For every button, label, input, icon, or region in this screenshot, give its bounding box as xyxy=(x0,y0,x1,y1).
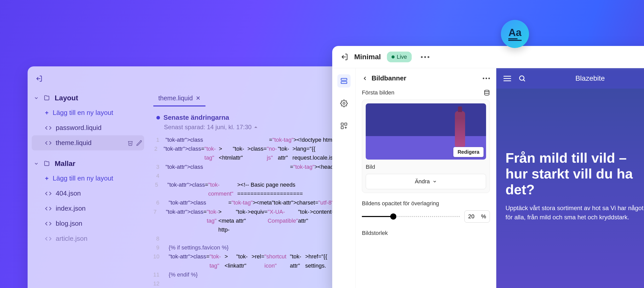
image-sub-label: Bild xyxy=(366,164,486,170)
preview-topbar: Blazebite xyxy=(496,68,644,89)
svg-marker-1 xyxy=(254,126,257,128)
code-editor-window: Layout + Lägg till en ny layout password… xyxy=(28,66,342,288)
hero-title: Från mild till vild – hur starkt vill du… xyxy=(505,150,644,197)
hero-subtitle: Upptäck vårt stora sortiment av hot sa V… xyxy=(505,203,644,222)
tree-section-layout[interactable]: Layout xyxy=(32,91,144,105)
theme-titlebar: Minimal Live xyxy=(332,46,644,68)
first-image-label: Första bilden xyxy=(362,89,490,96)
svg-point-11 xyxy=(485,90,489,92)
code-editor-area: theme.liquid ✕ Senaste ändringarna Senas… xyxy=(148,91,342,288)
hamburger-menu-icon[interactable] xyxy=(503,76,511,81)
image-card: Redigera Bild Ändra xyxy=(362,100,490,193)
svg-rect-4 xyxy=(341,82,347,84)
dynamic-source-icon[interactable] xyxy=(484,90,490,96)
search-icon[interactable] xyxy=(518,75,526,82)
changes-title: Senaste ändringarna xyxy=(164,114,229,122)
section-title: Layout xyxy=(55,94,78,102)
slider-thumb[interactable] xyxy=(390,213,396,220)
close-icon[interactable]: ✕ xyxy=(196,95,200,102)
exit-button[interactable] xyxy=(35,75,43,83)
settings-panel: Bildbanner Första bilden Redigera Bild Ä… xyxy=(356,68,496,288)
file-item-404[interactable]: 404.json xyxy=(32,186,144,201)
image-preview[interactable]: Redigera xyxy=(366,103,486,160)
file-item-article[interactable]: article.json xyxy=(32,231,144,246)
file-item-blog[interactable]: blog.json xyxy=(32,216,144,231)
svg-rect-8 xyxy=(341,127,343,129)
theme-name: Minimal xyxy=(354,53,381,61)
code-icon xyxy=(45,220,52,227)
file-item-theme[interactable]: theme.liquid xyxy=(32,135,144,150)
file-tree-sidebar: Layout + Lägg till en ny layout password… xyxy=(28,91,148,288)
nav-settings[interactable] xyxy=(337,97,351,110)
plus-icon: + xyxy=(45,109,49,116)
caret-up-icon[interactable] xyxy=(254,125,258,129)
code-icon xyxy=(45,205,52,212)
add-template-button[interactable]: + Lägg till en ny layout xyxy=(32,171,144,186)
plus-icon: + xyxy=(45,175,49,182)
code-icon xyxy=(45,235,52,242)
status-dot-icon xyxy=(392,55,395,58)
last-saved-text: Senast sparad: 14 juni, kl. 17:30 xyxy=(164,124,252,131)
back-button[interactable] xyxy=(362,75,368,81)
svg-point-12 xyxy=(520,76,524,80)
product-bottle-graphic xyxy=(455,111,465,147)
section-title: Mallar xyxy=(55,160,75,168)
code-icon xyxy=(45,190,52,197)
unsaved-dot-icon xyxy=(156,116,160,119)
tree-section-templates[interactable]: Mallar xyxy=(32,157,144,171)
store-brand: Blazebite xyxy=(575,74,605,82)
svg-line-13 xyxy=(524,80,525,81)
file-item-password[interactable]: password.liquid xyxy=(32,120,144,135)
chevron-down-icon xyxy=(34,161,39,166)
nav-rail xyxy=(332,68,356,288)
live-status-badge: Live xyxy=(387,52,411,62)
hero-section: Från mild till vild – hur starkt vill du… xyxy=(496,89,644,222)
tab-filename: theme.liquid xyxy=(158,94,193,102)
aa-icon: Aa xyxy=(508,27,521,41)
chevron-down-icon xyxy=(34,95,39,101)
image-size-label: Bildstorlek xyxy=(362,230,490,236)
folder-icon xyxy=(43,160,50,167)
svg-rect-6 xyxy=(341,123,343,125)
more-actions-button[interactable] xyxy=(421,56,429,58)
code-icon xyxy=(45,140,52,146)
opacity-value-input[interactable]: 20 % xyxy=(464,210,490,223)
edit-image-button[interactable]: Redigera xyxy=(453,147,484,157)
opacity-label: Bildens opacitet för överlagring xyxy=(362,200,490,207)
nav-apps[interactable] xyxy=(337,119,351,133)
code-content[interactable]: 1"tok-attr">class="tok-tag"><!doctype ht… xyxy=(153,135,337,288)
change-image-button[interactable]: Ändra xyxy=(366,174,486,189)
typography-badge: Aa xyxy=(501,20,529,48)
editor-tab[interactable]: theme.liquid ✕ xyxy=(153,91,206,106)
trash-icon[interactable] xyxy=(127,140,133,146)
add-layout-button[interactable]: + Lägg till en ny layout xyxy=(32,105,144,120)
svg-rect-3 xyxy=(341,78,347,80)
svg-point-5 xyxy=(343,102,345,104)
file-item-index[interactable]: index.json xyxy=(32,201,144,216)
folder-icon xyxy=(43,95,50,101)
panel-more-button[interactable] xyxy=(483,78,490,79)
nav-sections[interactable] xyxy=(337,74,351,88)
preview-pane: Blazebite Från mild till vild – hur star… xyxy=(496,68,644,288)
opacity-slider[interactable] xyxy=(362,216,460,217)
chevron-down-icon xyxy=(432,179,437,184)
code-icon xyxy=(45,125,52,131)
edit-icon[interactable] xyxy=(136,140,142,146)
svg-rect-7 xyxy=(344,123,347,125)
exit-button[interactable] xyxy=(340,53,348,61)
theme-editor-window: Minimal Live Bildbanner xyxy=(332,46,644,288)
panel-title: Bildbanner xyxy=(372,74,479,82)
